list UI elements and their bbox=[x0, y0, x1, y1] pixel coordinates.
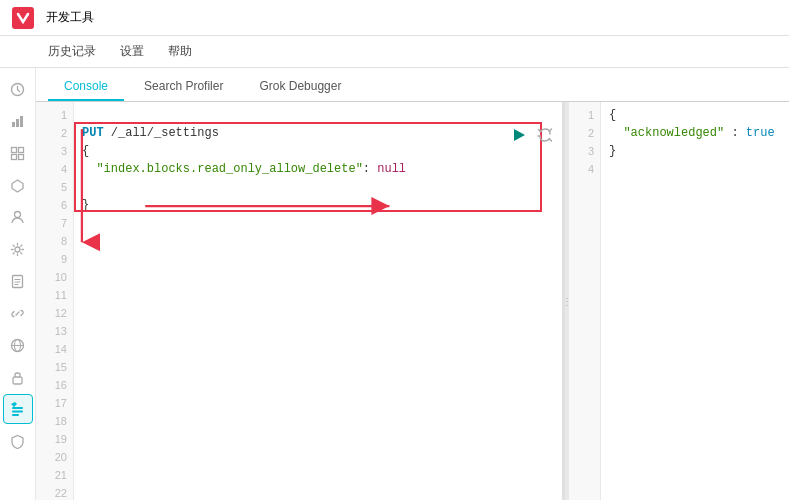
code-line-13 bbox=[82, 322, 554, 340]
code-line-3: { bbox=[82, 142, 554, 160]
content-area: Console Search Profiler Grok Debugger 1 … bbox=[36, 68, 789, 500]
svg-rect-15 bbox=[12, 410, 23, 412]
right-pane: 1 2 3 4 { "acknowledged" : true } bbox=[569, 102, 789, 500]
code-line-18 bbox=[82, 412, 554, 430]
result-container: 1 2 3 4 { "acknowledged" : true } bbox=[569, 102, 789, 500]
sidebar-icon-settings[interactable] bbox=[3, 234, 33, 264]
code-line-11 bbox=[82, 286, 554, 304]
menu-bar: 历史记录 设置 帮助 bbox=[0, 36, 789, 68]
svg-rect-13 bbox=[13, 377, 22, 384]
sidebar-icon-map[interactable] bbox=[3, 330, 33, 360]
line-numbers: 1 2 3 4 5 6 7 8 9 10 11 12 13 14 bbox=[36, 102, 74, 500]
svg-rect-5 bbox=[19, 147, 24, 152]
code-line-2: PUT /_all/_settings bbox=[82, 124, 554, 142]
svg-rect-3 bbox=[20, 116, 23, 127]
svg-marker-17 bbox=[514, 129, 525, 141]
code-editor[interactable]: PUT /_all/_settings { "index.blocks.read… bbox=[74, 102, 562, 500]
sidebar-icon-tool[interactable] bbox=[3, 394, 33, 424]
svg-rect-6 bbox=[12, 154, 17, 159]
svg-rect-1 bbox=[12, 122, 15, 127]
result-line-numbers: 1 2 3 4 bbox=[569, 102, 601, 500]
svg-rect-16 bbox=[12, 414, 19, 416]
editor-area: 1 2 3 4 5 6 7 8 9 10 11 12 13 14 bbox=[36, 102, 789, 500]
sidebar-icon-lock[interactable] bbox=[3, 362, 33, 392]
code-line-20 bbox=[82, 448, 554, 466]
sidebar bbox=[0, 68, 36, 500]
result-line-2: "acknowledged" : true bbox=[609, 124, 781, 142]
code-line-5 bbox=[82, 178, 554, 196]
sidebar-icon-chart[interactable] bbox=[3, 106, 33, 136]
left-pane: 1 2 3 4 5 6 7 8 9 10 11 12 13 14 bbox=[36, 102, 565, 500]
code-line-17 bbox=[82, 394, 554, 412]
result-line-1: { bbox=[609, 106, 781, 124]
code-line-12 bbox=[82, 304, 554, 322]
result-line-3: } bbox=[609, 142, 781, 160]
code-line-9 bbox=[82, 250, 554, 268]
settings-button[interactable] bbox=[534, 124, 556, 146]
code-line-19 bbox=[82, 430, 554, 448]
code-line-21 bbox=[82, 466, 554, 484]
app-title: 开发工具 bbox=[46, 9, 94, 26]
svg-point-9 bbox=[15, 247, 20, 252]
menu-settings[interactable]: 设置 bbox=[118, 39, 146, 64]
sidebar-icon-shield[interactable] bbox=[3, 426, 33, 456]
code-line-6: } bbox=[82, 196, 554, 214]
run-button[interactable] bbox=[508, 124, 530, 146]
code-line-10 bbox=[82, 268, 554, 286]
code-container: 1 2 3 4 5 6 7 8 9 10 11 12 13 14 bbox=[36, 102, 562, 500]
svg-rect-4 bbox=[12, 147, 17, 152]
editor-actions bbox=[508, 124, 556, 146]
code-line-22 bbox=[82, 484, 554, 500]
code-line-16 bbox=[82, 376, 554, 394]
result-content: { "acknowledged" : true } bbox=[601, 102, 789, 500]
top-bar: 开发工具 bbox=[0, 0, 789, 36]
menu-history[interactable]: 历史记录 bbox=[46, 39, 98, 64]
svg-rect-7 bbox=[19, 154, 24, 159]
code-line-14 bbox=[82, 340, 554, 358]
tab-grok-debugger[interactable]: Grok Debugger bbox=[243, 73, 357, 101]
sidebar-icon-person[interactable] bbox=[3, 202, 33, 232]
sidebar-icon-box[interactable] bbox=[3, 170, 33, 200]
svg-point-8 bbox=[15, 211, 21, 217]
code-line-4: "index.blocks.read_only_allow_delete": n… bbox=[82, 160, 554, 178]
sidebar-icon-doc[interactable] bbox=[3, 266, 33, 296]
app-logo bbox=[12, 7, 34, 29]
code-line-15 bbox=[82, 358, 554, 376]
code-line-8 bbox=[82, 232, 554, 250]
svg-rect-2 bbox=[16, 119, 19, 127]
sidebar-icon-clock[interactable] bbox=[3, 74, 33, 104]
sidebar-icon-link[interactable] bbox=[3, 298, 33, 328]
code-line-1 bbox=[82, 106, 554, 124]
sidebar-icon-grid[interactable] bbox=[3, 138, 33, 168]
tab-search-profiler[interactable]: Search Profiler bbox=[128, 73, 239, 101]
svg-rect-14 bbox=[12, 407, 23, 409]
menu-help[interactable]: 帮助 bbox=[166, 39, 194, 64]
code-line-7 bbox=[82, 214, 554, 232]
main-layout: Console Search Profiler Grok Debugger 1 … bbox=[0, 68, 789, 500]
tabs: Console Search Profiler Grok Debugger bbox=[36, 68, 789, 102]
result-line-4 bbox=[609, 160, 781, 178]
tab-console[interactable]: Console bbox=[48, 73, 124, 101]
